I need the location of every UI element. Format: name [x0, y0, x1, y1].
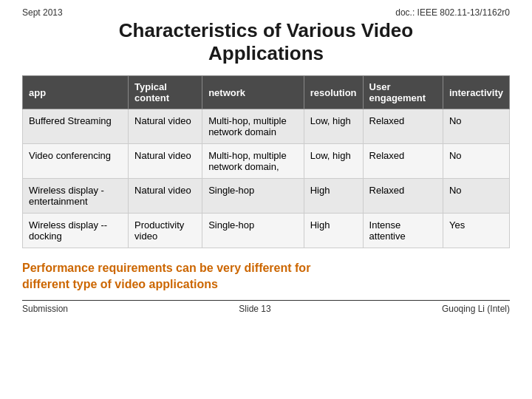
footer-text: Performance requirements can be very dif…	[22, 260, 510, 292]
table-header-row: app Typical content network resolution U…	[23, 76, 510, 109]
page: Sept 2013 doc.: IEEE 802.11-13/1162r0 Ch…	[0, 0, 532, 399]
cell-interactivity: No	[443, 179, 509, 214]
submission-label: Submission	[22, 304, 68, 314]
cell-typical_content: Productivity video	[129, 214, 202, 248]
table-row: Wireless display --dockingProductivity v…	[23, 214, 510, 248]
col-header-interactivity: interactivity	[443, 76, 509, 109]
col-header-resolution: resolution	[304, 76, 363, 109]
cell-typical_content: Natural video	[129, 144, 202, 179]
table-row: Buffered StreamingNatural videoMulti-hop…	[23, 109, 510, 144]
cell-network: Multi-hop, multiple network domain	[202, 109, 304, 144]
characteristics-table: app Typical content network resolution U…	[22, 75, 510, 248]
col-header-user-engagement: User engagement	[363, 76, 443, 109]
cell-network: Multi-hop, multiple network domain,	[202, 144, 304, 179]
col-header-typical-content: Typical content	[129, 76, 202, 109]
cell-user_engagement: Relaxed	[363, 179, 443, 214]
cell-interactivity: No	[443, 109, 509, 144]
cell-network: Single-hop	[202, 214, 304, 248]
col-header-app: app	[23, 76, 129, 109]
bottom-bar: Submission Slide 13 Guoqing Li (Intel)	[22, 300, 510, 314]
table-row: Wireless display -entertainmentNatural v…	[23, 179, 510, 214]
cell-interactivity: No	[443, 144, 509, 179]
cell-app: Wireless display --docking	[23, 214, 129, 248]
cell-user_engagement: Relaxed	[363, 144, 443, 179]
cell-interactivity: Yes	[443, 214, 509, 248]
cell-typical_content: Natural video	[129, 109, 202, 144]
cell-resolution: Low, high	[304, 144, 363, 179]
cell-typical_content: Natural video	[129, 179, 202, 214]
col-header-network: network	[202, 76, 304, 109]
author-label: Guoqing Li (Intel)	[442, 304, 510, 314]
cell-resolution: Low, high	[304, 109, 363, 144]
cell-app: Video conferencing	[23, 144, 129, 179]
slide-label: Slide 13	[239, 304, 270, 314]
cell-network: Single-hop	[202, 179, 304, 214]
page-title: Characteristics of Various VideoApplicat…	[22, 19, 510, 65]
table-row: Video conferencingNatural videoMulti-hop…	[23, 144, 510, 179]
cell-resolution: High	[304, 214, 363, 248]
top-bar: Sept 2013 doc.: IEEE 802.11-13/1162r0	[22, 7, 510, 18]
doc-label: doc.: IEEE 802.11-13/1162r0	[395, 7, 510, 18]
cell-resolution: High	[304, 179, 363, 214]
cell-app: Wireless display -entertainment	[23, 179, 129, 214]
date-label: Sept 2013	[22, 7, 63, 18]
cell-user_engagement: Intense attentive	[363, 214, 443, 248]
cell-app: Buffered Streaming	[23, 109, 129, 144]
cell-user_engagement: Relaxed	[363, 109, 443, 144]
